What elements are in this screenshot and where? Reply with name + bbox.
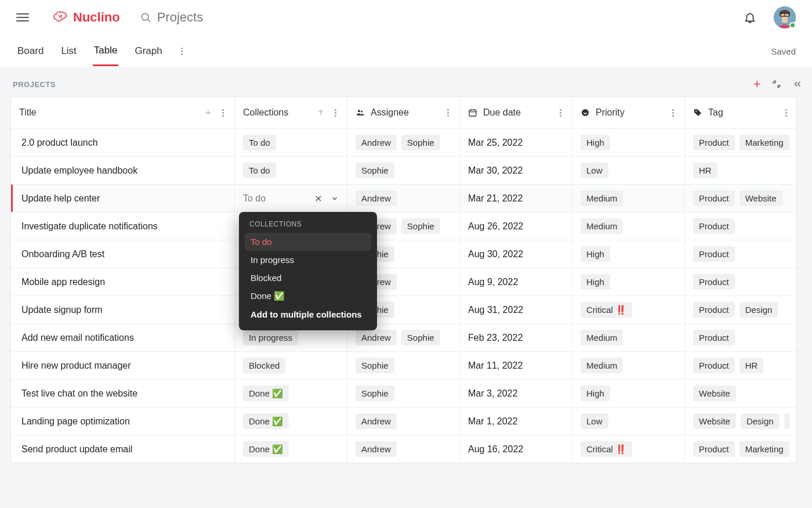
cell-tags[interactable]: Website xyxy=(685,380,797,407)
assignee-chip[interactable]: Andrew xyxy=(356,190,397,207)
cell-collection[interactable]: Done ✅ xyxy=(235,435,347,463)
table-row[interactable]: Landing page optimizationDone ✅AndrewMar… xyxy=(11,407,796,435)
table-row[interactable]: 2.0 product launchTo doAndrewSophieMar 2… xyxy=(11,128,796,156)
cell-collection[interactable]: To do xyxy=(235,157,347,184)
cell-tags[interactable]: HR xyxy=(685,157,797,184)
tab-list[interactable]: List xyxy=(60,37,77,65)
assignee-chip[interactable]: Andrew xyxy=(356,135,397,151)
table-row[interactable]: Hire new product managerBlockedSophieMar… xyxy=(11,351,796,379)
cell-title[interactable]: Add new email notifications xyxy=(11,324,235,351)
collection-chip[interactable]: Done ✅ xyxy=(243,441,289,457)
priority-chip[interactable]: High xyxy=(581,246,610,262)
cell-collection[interactable]: To do xyxy=(235,185,347,212)
tabs-more-icon[interactable] xyxy=(179,45,185,57)
cell-priority[interactable]: Low xyxy=(572,157,685,184)
cell-due-date[interactable]: Aug 31, 2022 xyxy=(460,296,572,323)
assignee-chip[interactable]: Sophie xyxy=(401,218,440,235)
cell-tags[interactable]: ProductMarketing xyxy=(685,435,797,463)
table-row[interactable]: Update employee handbookTo doSophieMar 3… xyxy=(11,156,796,184)
priority-chip[interactable]: Low xyxy=(581,413,608,430)
cell-due-date[interactable]: Mar 1, 2022 xyxy=(460,408,572,435)
search[interactable]: Projects xyxy=(140,10,203,25)
cell-tags[interactable]: ProductDesign xyxy=(685,296,797,323)
cell-due-date[interactable]: Aug 30, 2022 xyxy=(460,240,572,268)
priority-chip[interactable]: High xyxy=(581,274,610,290)
table-row[interactable]: Mobile app redesignTo doAndrewAug 9, 202… xyxy=(11,268,796,296)
dropdown-item-todo[interactable]: To do xyxy=(245,233,371,251)
collection-chip[interactable]: Blocked xyxy=(243,358,285,374)
col-assignee-menu-icon[interactable] xyxy=(445,107,451,119)
cell-title[interactable]: Investigate duplicate notifications xyxy=(11,212,235,240)
cell-due-date[interactable]: Mar 25, 2022 xyxy=(460,129,572,156)
cell-title[interactable]: Hire new product manager xyxy=(11,352,235,379)
col-priority-menu-icon[interactable] xyxy=(670,107,676,119)
collapse-icon[interactable] xyxy=(771,79,782,89)
col-due-date[interactable]: Due date xyxy=(460,97,572,128)
cell-priority[interactable]: High xyxy=(572,129,685,156)
cell-assignee[interactable]: Andrew xyxy=(347,408,460,435)
col-collections-menu-icon[interactable] xyxy=(332,107,339,119)
cell-collection[interactable]: To do xyxy=(235,129,347,156)
dropdown-item-inprogress[interactable]: In progress xyxy=(245,251,371,269)
assignee-chip[interactable]: Sophie xyxy=(356,385,394,402)
tag-chip[interactable]: Product xyxy=(693,358,735,374)
cell-title[interactable]: Mobile app redesign xyxy=(11,268,235,296)
cell-due-date[interactable]: Aug 16, 2022 xyxy=(460,435,572,463)
cell-title[interactable]: Landing page optimization xyxy=(11,408,235,435)
tag-chip[interactable]: Marketing xyxy=(740,135,789,151)
table-row[interactable]: Onboarding A/B testTo doSophieAug 30, 20… xyxy=(11,240,796,268)
cell-due-date[interactable]: Aug 26, 2022 xyxy=(460,212,572,240)
tag-chip[interactable]: Product xyxy=(693,246,735,262)
collection-chip[interactable]: To do xyxy=(243,163,276,179)
priority-chip[interactable]: Medium xyxy=(581,330,623,346)
tag-chip[interactable]: Website xyxy=(740,190,782,207)
tag-chip[interactable]: Website xyxy=(693,413,736,430)
cell-assignee[interactable]: Andrew xyxy=(347,185,460,212)
dropdown-item-done[interactable]: Done ✅ xyxy=(245,287,371,305)
cell-tags[interactable]: Product xyxy=(685,324,797,351)
table-row[interactable]: Test live chat on the websiteDone ✅Sophi… xyxy=(11,379,796,407)
menu-button[interactable] xyxy=(16,11,29,24)
cell-priority[interactable]: Critical ‼️ xyxy=(572,435,685,463)
cell-title[interactable]: 2.0 product launch xyxy=(11,129,235,156)
tag-chip[interactable]: Product xyxy=(693,190,735,207)
table-row[interactable]: Update help centerTo doAndrewMar 21, 202… xyxy=(11,184,796,212)
tag-chip[interactable]: Marketing xyxy=(740,441,789,457)
assignee-chip[interactable]: Andrew xyxy=(356,441,397,457)
cell-priority[interactable]: Medium xyxy=(572,212,685,240)
cell-due-date[interactable]: Mar 11, 2022 xyxy=(460,352,572,379)
collection-chip[interactable]: Done ✅ xyxy=(243,385,289,402)
col-tag-menu-icon[interactable] xyxy=(783,107,789,119)
collection-chip[interactable]: In progress xyxy=(243,330,298,346)
dropdown-item-blocked[interactable]: Blocked xyxy=(245,269,371,287)
priority-chip[interactable]: Medium xyxy=(581,358,623,374)
tag-chip[interactable]: Product xyxy=(693,274,735,290)
cell-assignee[interactable]: AndrewSophie xyxy=(347,129,460,156)
cell-assignee[interactable]: Sophie xyxy=(347,352,460,379)
cell-title[interactable]: Test live chat on the website xyxy=(11,380,235,407)
cell-assignee[interactable]: Sophie xyxy=(347,157,460,184)
col-tag[interactable]: Tag xyxy=(685,97,797,128)
cell-tags[interactable]: Product xyxy=(685,240,797,268)
col-priority[interactable]: Priority xyxy=(572,97,685,128)
cell-priority[interactable]: Medium xyxy=(572,324,685,351)
cell-due-date[interactable]: Mar 30, 2022 xyxy=(460,157,572,184)
sort-asc-icon[interactable] xyxy=(316,108,325,117)
col-title-menu-icon[interactable] xyxy=(220,107,226,119)
tag-chip[interactable]: Product xyxy=(693,441,735,457)
cell-assignee[interactable]: Sophie xyxy=(347,380,460,407)
cell-title[interactable]: Update signup form xyxy=(11,296,235,323)
user-avatar[interactable] xyxy=(774,6,796,28)
cell-collection[interactable]: Done ✅ xyxy=(235,380,347,407)
collections-dropdown[interactable]: COLLECTIONS To do In progress Blocked Do… xyxy=(239,212,377,330)
brand-logo[interactable]: Nuclino xyxy=(52,9,120,26)
table-row[interactable]: Send product update emailDone ✅AndrewAug… xyxy=(11,435,796,463)
tag-chip[interactable]: Product xyxy=(693,302,735,318)
table-row[interactable]: Update signup formTo doSophieAug 31, 202… xyxy=(11,296,796,323)
cell-title[interactable]: Onboarding A/B test xyxy=(11,240,235,268)
collection-chip[interactable]: To do xyxy=(243,135,276,151)
cell-due-date[interactable]: Aug 9, 2022 xyxy=(460,268,572,296)
cell-tags[interactable]: ProductWebsite xyxy=(685,185,797,212)
col-collections[interactable]: Collections xyxy=(235,97,347,128)
tag-chip[interactable]: Product xyxy=(693,330,735,346)
